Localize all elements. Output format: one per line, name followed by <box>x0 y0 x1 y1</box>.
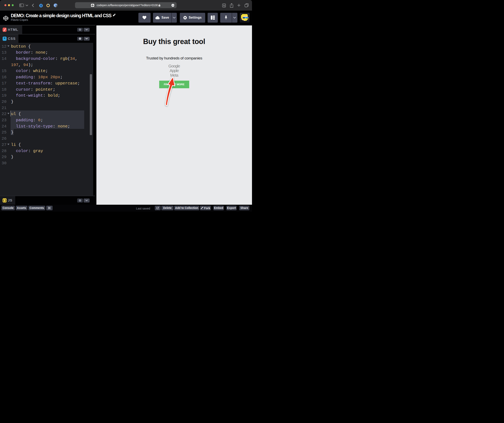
svg-text:*: * <box>4 37 5 40</box>
